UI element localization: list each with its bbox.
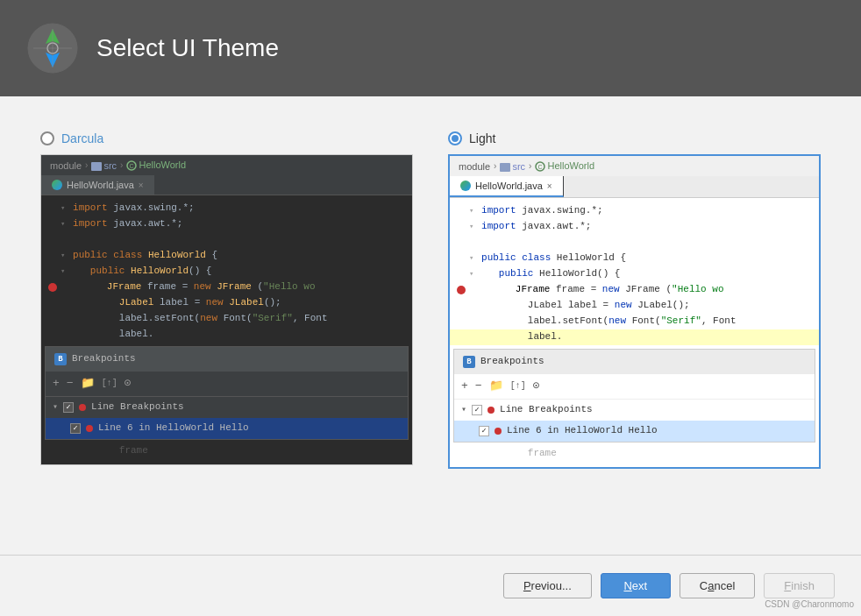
code-line: JLabel label = new JLabel(); xyxy=(41,295,412,311)
breadcrumb-class: CHelloWorld xyxy=(126,159,186,171)
code-line-l: ▾ import javax.swing.*; xyxy=(450,203,819,219)
sep1: › xyxy=(85,160,88,170)
bp-dot-l xyxy=(487,407,495,414)
bp-toolbar: + − 📁 [↑] ⊙ xyxy=(46,372,408,398)
darcula-label-text: Darcula xyxy=(61,131,103,145)
bp-add-btn-l[interactable]: + xyxy=(461,378,468,396)
code-line: label. xyxy=(41,327,412,343)
tab-file-icon-l xyxy=(460,181,471,191)
bp-target-btn-l[interactable]: ⊙ xyxy=(533,378,540,396)
bp-target-btn[interactable]: ⊙ xyxy=(125,375,132,393)
code-line-l: frame xyxy=(450,446,819,462)
code-line-l: ▾ public class HelloWorld { xyxy=(450,251,819,266)
bp-line-breakpoints: ▾ ✓ Line Breakpoints xyxy=(46,397,408,418)
code-line: ▾ public HelloWorld() { xyxy=(41,264,412,280)
bp-remove-btn-l[interactable]: − xyxy=(475,378,482,396)
finish-button[interactable]: Finish xyxy=(764,573,835,598)
breadcrumb-class-l: CHelloWorld xyxy=(535,160,594,172)
radio-inner xyxy=(452,135,459,142)
light-code: ▾ import javax.swing.*; ▾ import javax.a… xyxy=(450,198,819,467)
breadcrumb-module: module xyxy=(50,160,82,171)
bp-check2-l[interactable]: ✓ xyxy=(479,426,489,436)
code-line-l: JLabel label = new JLabel(); xyxy=(450,298,819,314)
tab-label-l: HelloWorld.java xyxy=(475,181,543,191)
theme-selection-area: Darcula module › src › CHelloWorld Hel xyxy=(0,96,861,486)
code-line-l: label.setFont(new Font("Serif", Font xyxy=(450,314,819,329)
light-breadcrumb: module › src › CHelloWorld xyxy=(450,156,819,176)
bp-folder-btn-l[interactable]: 📁 xyxy=(489,378,503,396)
bp-check-l[interactable]: ✓ xyxy=(472,405,482,415)
sep2: › xyxy=(120,160,123,170)
code-line: ▾ public class HelloWorld { xyxy=(41,248,412,264)
light-tabbar: HelloWorld.java × xyxy=(450,176,819,198)
light-label-text: Light xyxy=(469,131,495,145)
breadcrumb-src-l: src xyxy=(500,161,525,172)
bp-dot xyxy=(79,404,86,411)
bp-check[interactable]: ✓ xyxy=(63,402,74,413)
previous-button[interactable]: Previou... xyxy=(503,573,592,598)
code-line-l xyxy=(450,235,819,251)
darcula-breadcrumb: module › src › CHelloWorld xyxy=(41,155,412,175)
tab-label: HelloWorld.java xyxy=(67,180,134,190)
light-preview: module › src › CHelloWorld HelloWorld.ja… xyxy=(448,154,821,469)
svg-rect-9 xyxy=(500,163,510,172)
code-line xyxy=(41,232,412,248)
bp-title: Breakpoints xyxy=(72,351,136,367)
darcula-tabbar: HelloWorld.java × xyxy=(41,175,412,195)
darcula-radio-label[interactable]: Darcula xyxy=(40,131,413,145)
code-line-l: label. xyxy=(450,329,819,345)
light-radio[interactable] xyxy=(448,131,462,145)
bp-remove-btn[interactable]: − xyxy=(67,375,74,393)
darcula-tab[interactable]: HelloWorld.java × xyxy=(41,175,155,195)
bp-icon-l: B xyxy=(463,356,475,368)
breadcrumb-src: src xyxy=(91,160,117,171)
bp-item-label: Line Breakpoints xyxy=(91,400,184,415)
darcula-radio[interactable] xyxy=(40,131,54,145)
svg-rect-6 xyxy=(91,162,102,171)
light-theme-option: Light module › src › CHelloWorld Hello xyxy=(448,131,821,469)
next-button[interactable]: Next xyxy=(601,573,671,598)
bp-item-label-l: Line Breakpoints xyxy=(500,402,593,418)
darcula-preview: module › src › CHelloWorld HelloWorld.ja… xyxy=(40,154,413,465)
bp-header-l: B Breakpoints xyxy=(454,350,815,374)
footer: Previou... Next Cancel Finish xyxy=(0,555,861,616)
sep1-l: › xyxy=(494,161,496,171)
darcula-theme-option: Darcula module › src › CHelloWorld Hel xyxy=(40,131,413,469)
cancel-button[interactable]: Cancel xyxy=(680,573,755,598)
darcula-code: ▾ import javax.swing.*; ▾ import javax.a… xyxy=(41,195,412,464)
bp-line-breakpoints-l: ▾ ✓ Line Breakpoints xyxy=(454,400,815,421)
bp-folder-btn[interactable]: 📁 xyxy=(81,375,95,393)
watermark: CSDN @Charonmomo xyxy=(765,599,854,609)
tab-close-icon-l[interactable]: × xyxy=(547,181,552,191)
code-line-l: ▾ import javax.awt.*; xyxy=(450,219,819,235)
bp-header: B Breakpoints xyxy=(46,347,408,372)
svg-text:C: C xyxy=(538,164,543,170)
code-line: frame xyxy=(41,443,412,459)
bp-line6[interactable]: ✓ Line 6 in HelloWorld Hello xyxy=(46,418,408,439)
tab-close-icon[interactable]: × xyxy=(139,181,144,190)
sep2-l: › xyxy=(529,161,531,171)
bp-title-l: Breakpoints xyxy=(480,354,544,370)
bp-toolbar-l: + − 📁 [↑] ⊙ xyxy=(454,374,815,400)
bp-line6-l[interactable]: ✓ Line 6 in HelloWorld Hello xyxy=(454,421,815,442)
code-line: JFrame frame = new JFrame ("Hello wo xyxy=(41,280,412,295)
code-line: label.setFont(new Font("Serif", Font xyxy=(41,311,412,327)
page-title: Select UI Theme xyxy=(96,34,279,62)
darcula-breakpoints-panel: B Breakpoints + − 📁 [↑] ⊙ ▾ ✓ Line xyxy=(45,346,409,440)
light-radio-label[interactable]: Light xyxy=(448,131,821,145)
header: Select UI Theme xyxy=(0,0,861,96)
tab-file-icon xyxy=(52,180,62,190)
svg-text:C: C xyxy=(130,163,134,169)
breadcrumb-module-l: module xyxy=(459,161,490,172)
bp-dot2 xyxy=(86,425,93,432)
bp-item-label2-l: Line 6 in HelloWorld Hello xyxy=(507,423,658,439)
bp-export-btn[interactable]: [↑] xyxy=(102,377,117,391)
bp-add-btn[interactable]: + xyxy=(53,375,60,393)
light-tab[interactable]: HelloWorld.java × xyxy=(450,176,564,197)
bp-item-label2: Line 6 in HelloWorld Hello xyxy=(98,421,249,436)
code-line: ▾ import javax.awt.*; xyxy=(41,216,412,232)
bp-icon: B xyxy=(54,353,67,365)
code-line: ▾ import javax.swing.*; xyxy=(41,201,412,216)
bp-check2[interactable]: ✓ xyxy=(70,423,81,434)
bp-export-btn-l[interactable]: [↑] xyxy=(510,379,526,393)
